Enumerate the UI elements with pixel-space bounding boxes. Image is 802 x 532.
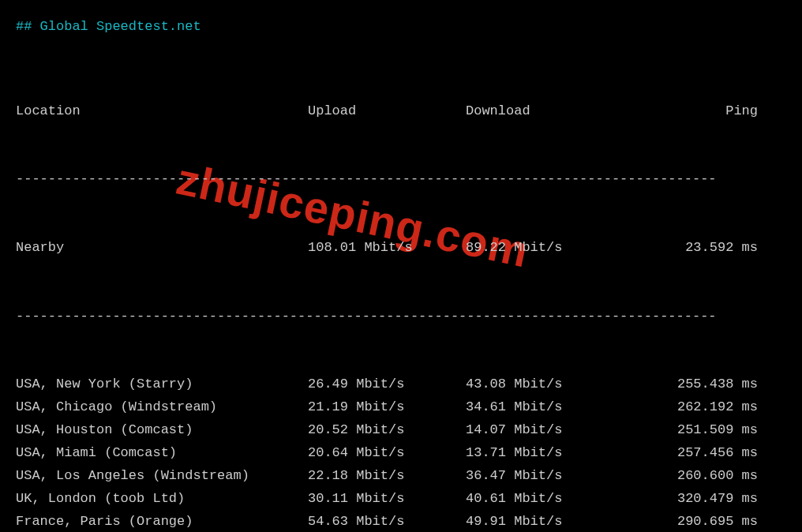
page-title: ## Global Speedtest.net bbox=[16, 16, 786, 39]
cell-download: 14.07 Mbit/s bbox=[466, 419, 624, 442]
cell-upload: 21.19 Mbit/s bbox=[308, 396, 466, 419]
header-ping: Ping bbox=[624, 100, 781, 123]
cell-ping: 257.456 ms bbox=[624, 442, 781, 465]
cell-upload: 20.64 Mbit/s bbox=[308, 442, 466, 465]
nearby-upload: 108.01 Mbit/s bbox=[308, 237, 466, 260]
cell-location: USA, Chicago (Windstream) bbox=[16, 396, 308, 419]
cell-ping: 262.192 ms bbox=[624, 396, 781, 419]
cell-ping: 290.695 ms bbox=[624, 511, 781, 532]
table-header-row: Location Upload Download Ping bbox=[16, 100, 786, 123]
table-row: USA, Los Angeles (Windstream)22.18 Mbit/… bbox=[16, 465, 786, 488]
cell-download: 49.91 Mbit/s bbox=[466, 511, 624, 532]
cell-upload: 20.52 Mbit/s bbox=[308, 419, 466, 442]
cell-ping: 260.600 ms bbox=[624, 465, 781, 488]
cell-download: 40.61 Mbit/s bbox=[466, 488, 624, 511]
cell-location: USA, New York (Starry) bbox=[16, 373, 308, 396]
cell-location: USA, Houston (Comcast) bbox=[16, 419, 308, 442]
cell-download: 43.08 Mbit/s bbox=[466, 373, 624, 396]
cell-upload: 54.63 Mbit/s bbox=[308, 511, 466, 532]
table-row: UK, London (toob Ltd)30.11 Mbit/s40.61 M… bbox=[16, 488, 786, 511]
table-row: USA, Chicago (Windstream)21.19 Mbit/s34.… bbox=[16, 396, 786, 419]
cell-ping: 251.509 ms bbox=[624, 419, 781, 442]
table-row: USA, Houston (Comcast)20.52 Mbit/s14.07 … bbox=[16, 419, 786, 442]
table-row: USA, New York (Starry)26.49 Mbit/s43.08 … bbox=[16, 373, 786, 396]
nearby-row: Nearby 108.01 Mbit/s 89.22 Mbit/s 23.592… bbox=[16, 237, 786, 260]
header-download: Download bbox=[466, 100, 624, 123]
nearby-location: Nearby bbox=[16, 237, 308, 260]
separator-line: ----------------------------------------… bbox=[16, 168, 786, 191]
cell-ping: 255.438 ms bbox=[624, 373, 781, 396]
cell-ping: 320.479 ms bbox=[624, 488, 781, 511]
table-row: France, Paris (Orange)54.63 Mbit/s49.91 … bbox=[16, 511, 786, 532]
cell-location: UK, London (toob Ltd) bbox=[16, 488, 308, 511]
header-location: Location bbox=[16, 100, 308, 123]
cell-download: 13.71 Mbit/s bbox=[466, 442, 624, 465]
cell-location: USA, Miami (Comcast) bbox=[16, 442, 308, 465]
cell-upload: 30.11 Mbit/s bbox=[308, 488, 466, 511]
speedtest-table: Location Upload Download Ping ----------… bbox=[16, 54, 786, 532]
separator-line: ----------------------------------------… bbox=[16, 305, 786, 328]
cell-upload: 26.49 Mbit/s bbox=[308, 373, 466, 396]
cell-download: 36.47 Mbit/s bbox=[466, 465, 624, 488]
cell-location: USA, Los Angeles (Windstream) bbox=[16, 465, 308, 488]
header-upload: Upload bbox=[308, 100, 466, 123]
table-body: USA, New York (Starry)26.49 Mbit/s43.08 … bbox=[16, 373, 786, 532]
table-row: USA, Miami (Comcast)20.64 Mbit/s13.71 Mb… bbox=[16, 442, 786, 465]
cell-location: France, Paris (Orange) bbox=[16, 511, 308, 532]
nearby-download: 89.22 Mbit/s bbox=[466, 237, 624, 260]
cell-download: 34.61 Mbit/s bbox=[466, 396, 624, 419]
nearby-ping: 23.592 ms bbox=[624, 237, 781, 260]
cell-upload: 22.18 Mbit/s bbox=[308, 465, 466, 488]
